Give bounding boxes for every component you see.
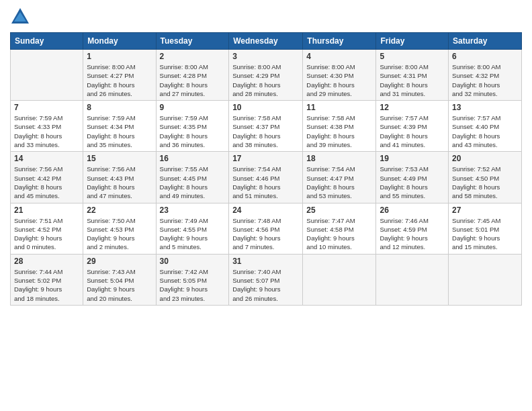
calendar-cell: 1Sunrise: 8:00 AMSunset: 4:27 PMDaylight… — [83, 50, 156, 101]
calendar-cell: 13Sunrise: 7:57 AMSunset: 4:40 PMDayligh… — [449, 101, 522, 152]
day-info: Sunrise: 7:42 AMSunset: 5:05 PMDaylight:… — [160, 267, 226, 303]
day-number: 29 — [87, 257, 152, 266]
day-info: Sunrise: 7:51 AMSunset: 4:52 PMDaylight:… — [14, 216, 79, 252]
calendar-week-row: 1Sunrise: 8:00 AMSunset: 4:27 PMDaylight… — [11, 50, 522, 101]
day-info: Sunrise: 7:54 AMSunset: 4:46 PMDaylight:… — [232, 165, 299, 200]
calendar-cell: 23Sunrise: 7:49 AMSunset: 4:55 PMDayligh… — [156, 203, 229, 254]
calendar-cell: 5Sunrise: 8:00 AMSunset: 4:31 PMDaylight… — [376, 50, 449, 101]
day-number: 1 — [87, 52, 152, 61]
calendar-cell — [449, 254, 522, 305]
calendar-week-row: 7Sunrise: 7:59 AMSunset: 4:33 PMDaylight… — [11, 101, 522, 152]
calendar-cell: 16Sunrise: 7:55 AMSunset: 4:45 PMDayligh… — [156, 152, 229, 203]
day-info: Sunrise: 8:00 AMSunset: 4:30 PMDaylight:… — [306, 62, 372, 98]
day-number: 27 — [452, 205, 518, 215]
day-info: Sunrise: 7:58 AMSunset: 4:38 PMDaylight:… — [306, 113, 372, 149]
calendar-cell: 25Sunrise: 7:47 AMSunset: 4:58 PMDayligh… — [303, 203, 376, 254]
calendar-cell: 30Sunrise: 7:42 AMSunset: 5:05 PMDayligh… — [156, 254, 229, 305]
day-number: 24 — [232, 205, 299, 215]
day-number: 10 — [232, 103, 299, 112]
day-info: Sunrise: 7:55 AMSunset: 4:45 PMDaylight:… — [160, 165, 226, 200]
calendar-cell — [11, 50, 83, 101]
day-info: Sunrise: 7:44 AMSunset: 5:02 PMDaylight:… — [14, 267, 79, 303]
calendar-cell: 24Sunrise: 7:48 AMSunset: 4:56 PMDayligh… — [229, 203, 303, 254]
day-number: 8 — [87, 103, 152, 112]
calendar-cell: 11Sunrise: 7:58 AMSunset: 4:38 PMDayligh… — [303, 101, 376, 152]
calendar-cell: 6Sunrise: 8:00 AMSunset: 4:32 PMDaylight… — [449, 50, 522, 101]
day-info: Sunrise: 7:53 AMSunset: 4:49 PMDaylight:… — [380, 165, 445, 200]
weekday-header-friday: Friday — [376, 33, 449, 50]
day-number: 21 — [14, 205, 79, 215]
calendar-cell: 9Sunrise: 7:59 AMSunset: 4:35 PMDaylight… — [156, 101, 229, 152]
calendar-cell — [303, 254, 376, 305]
day-number: 4 — [306, 52, 372, 61]
weekday-header-sunday: Sunday — [11, 33, 83, 50]
logo — [10, 7, 33, 27]
day-info: Sunrise: 7:45 AMSunset: 5:01 PMDaylight:… — [452, 216, 518, 252]
calendar-cell: 12Sunrise: 7:57 AMSunset: 4:39 PMDayligh… — [376, 101, 449, 152]
calendar-cell: 26Sunrise: 7:46 AMSunset: 4:59 PMDayligh… — [376, 203, 449, 254]
day-number: 19 — [380, 154, 445, 163]
day-info: Sunrise: 7:52 AMSunset: 4:50 PMDaylight:… — [452, 165, 518, 200]
day-info: Sunrise: 7:58 AMSunset: 4:37 PMDaylight:… — [232, 113, 299, 149]
day-info: Sunrise: 7:40 AMSunset: 5:07 PMDaylight:… — [232, 267, 299, 303]
day-number: 31 — [232, 257, 299, 266]
day-info: Sunrise: 7:54 AMSunset: 4:47 PMDaylight:… — [306, 165, 372, 200]
day-number: 2 — [160, 52, 226, 61]
calendar-cell: 2Sunrise: 8:00 AMSunset: 4:28 PMDaylight… — [156, 50, 229, 101]
calendar-cell: 4Sunrise: 8:00 AMSunset: 4:30 PMDaylight… — [303, 50, 376, 101]
day-info: Sunrise: 7:43 AMSunset: 5:04 PMDaylight:… — [87, 267, 152, 303]
day-info: Sunrise: 8:00 AMSunset: 4:28 PMDaylight:… — [160, 62, 226, 98]
day-number: 17 — [232, 154, 299, 163]
weekday-header-monday: Monday — [83, 33, 156, 50]
calendar-table: SundayMondayTuesdayWednesdayThursdayFrid… — [10, 32, 522, 306]
calendar-cell: 20Sunrise: 7:52 AMSunset: 4:50 PMDayligh… — [449, 152, 522, 203]
calendar-week-row: 21Sunrise: 7:51 AMSunset: 4:52 PMDayligh… — [11, 203, 522, 254]
day-number: 22 — [87, 205, 152, 215]
day-number: 26 — [380, 205, 445, 215]
day-info: Sunrise: 8:00 AMSunset: 4:32 PMDaylight:… — [452, 62, 518, 98]
day-number: 3 — [232, 52, 299, 61]
calendar-cell: 3Sunrise: 8:00 AMSunset: 4:29 PMDaylight… — [229, 50, 303, 101]
calendar-cell: 29Sunrise: 7:43 AMSunset: 5:04 PMDayligh… — [83, 254, 156, 305]
page-header — [10, 7, 522, 27]
calendar-cell: 18Sunrise: 7:54 AMSunset: 4:47 PMDayligh… — [303, 152, 376, 203]
day-number: 18 — [306, 154, 372, 163]
day-info: Sunrise: 7:59 AMSunset: 4:33 PMDaylight:… — [14, 113, 79, 149]
calendar-cell: 31Sunrise: 7:40 AMSunset: 5:07 PMDayligh… — [229, 254, 303, 305]
day-number: 15 — [87, 154, 152, 163]
calendar-cell: 17Sunrise: 7:54 AMSunset: 4:46 PMDayligh… — [229, 152, 303, 203]
calendar-cell: 27Sunrise: 7:45 AMSunset: 5:01 PMDayligh… — [449, 203, 522, 254]
calendar-cell: 7Sunrise: 7:59 AMSunset: 4:33 PMDaylight… — [11, 101, 83, 152]
day-number: 12 — [380, 103, 445, 112]
day-info: Sunrise: 7:50 AMSunset: 4:53 PMDaylight:… — [87, 216, 152, 252]
day-info: Sunrise: 7:47 AMSunset: 4:58 PMDaylight:… — [306, 216, 372, 252]
calendar-cell: 14Sunrise: 7:56 AMSunset: 4:42 PMDayligh… — [11, 152, 83, 203]
day-number: 6 — [452, 52, 518, 61]
calendar-cell: 15Sunrise: 7:56 AMSunset: 4:43 PMDayligh… — [83, 152, 156, 203]
day-number: 23 — [160, 205, 226, 215]
day-number: 7 — [14, 103, 79, 112]
day-info: Sunrise: 8:00 AMSunset: 4:31 PMDaylight:… — [380, 62, 445, 98]
day-info: Sunrise: 8:00 AMSunset: 4:29 PMDaylight:… — [232, 62, 299, 98]
day-info: Sunrise: 7:56 AMSunset: 4:43 PMDaylight:… — [87, 165, 152, 200]
day-number: 30 — [160, 257, 226, 266]
day-number: 5 — [380, 52, 445, 61]
day-info: Sunrise: 7:59 AMSunset: 4:34 PMDaylight:… — [87, 113, 152, 149]
day-info: Sunrise: 7:57 AMSunset: 4:40 PMDaylight:… — [452, 113, 518, 149]
day-info: Sunrise: 7:46 AMSunset: 4:59 PMDaylight:… — [380, 216, 445, 252]
calendar-cell: 28Sunrise: 7:44 AMSunset: 5:02 PMDayligh… — [11, 254, 83, 305]
day-number: 25 — [306, 205, 372, 215]
day-number: 14 — [14, 154, 79, 163]
day-info: Sunrise: 7:49 AMSunset: 4:55 PMDaylight:… — [160, 216, 226, 252]
day-number: 28 — [14, 257, 79, 266]
day-info: Sunrise: 7:59 AMSunset: 4:35 PMDaylight:… — [160, 113, 226, 149]
weekday-header-tuesday: Tuesday — [156, 33, 229, 50]
day-number: 16 — [160, 154, 226, 163]
logo-icon — [10, 7, 30, 27]
calendar-cell: 8Sunrise: 7:59 AMSunset: 4:34 PMDaylight… — [83, 101, 156, 152]
calendar-cell: 21Sunrise: 7:51 AMSunset: 4:52 PMDayligh… — [11, 203, 83, 254]
calendar-cell: 19Sunrise: 7:53 AMSunset: 4:49 PMDayligh… — [376, 152, 449, 203]
calendar-week-row: 14Sunrise: 7:56 AMSunset: 4:42 PMDayligh… — [11, 152, 522, 203]
day-number: 9 — [160, 103, 226, 112]
calendar-cell — [376, 254, 449, 305]
